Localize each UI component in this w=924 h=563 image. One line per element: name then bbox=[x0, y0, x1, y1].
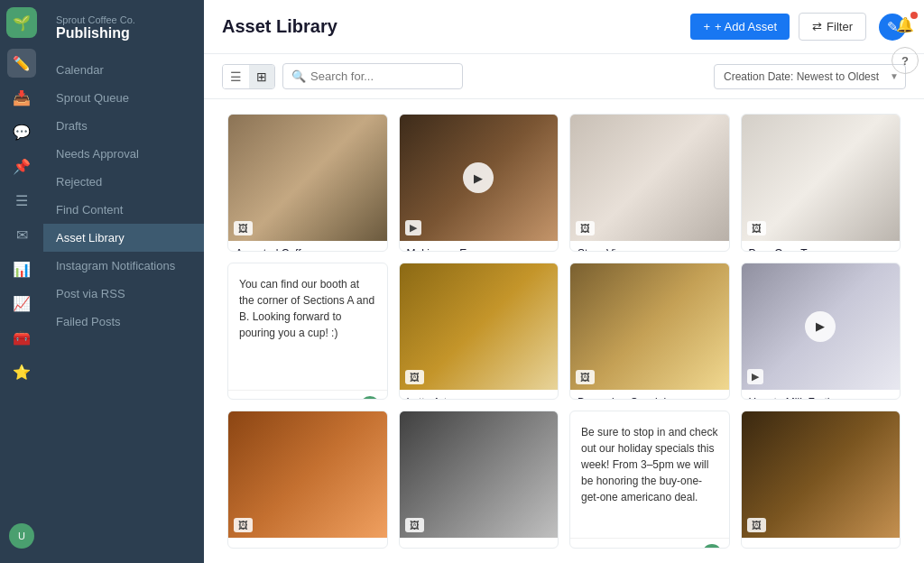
asset-type-icon: 🖼 bbox=[747, 221, 766, 235]
nav-icon-analytics[interactable]: 📊 bbox=[7, 254, 36, 283]
page-header: Asset Library + + Add Asset ⇄ Filter ✎ bbox=[204, 0, 924, 54]
sidebar-item-find-content[interactable]: Find Content bbox=[43, 196, 204, 224]
app-title: Publishing bbox=[56, 25, 191, 42]
asset-card-holiday-specials[interactable]: Be sure to stop in and check out our hol… bbox=[569, 411, 730, 549]
nav-icon-star[interactable]: ⭐ bbox=[7, 357, 36, 386]
help-button[interactable]: ? bbox=[892, 47, 919, 74]
add-icon: + bbox=[703, 20, 710, 33]
asset-card-assorted-coffee[interactable]: 🖼 Assorted Coffee bbox=[227, 114, 388, 252]
asset-title: Making an Esspresso bbox=[400, 241, 559, 252]
nav-icon-engage[interactable]: 💬 bbox=[7, 117, 36, 146]
asset-title: Pour Over Top bbox=[742, 241, 901, 252]
asset-title: December Special bbox=[570, 390, 729, 401]
nav-icon-list[interactable]: ☰ bbox=[7, 186, 36, 215]
grid-view-button[interactable]: ⊞ bbox=[249, 65, 274, 88]
asset-card-pour-over-top[interactable]: 🖼 Pour Over Top bbox=[741, 114, 901, 252]
asset-card-store-view[interactable]: 🖼 Store View bbox=[569, 114, 730, 252]
toolbar: ☰ ⊞ 🔍 Creation Date: Newest to Oldest Cr… bbox=[204, 54, 924, 99]
asset-title bbox=[228, 538, 387, 549]
sidebar-item-needs-approval[interactable]: Needs Approval bbox=[43, 140, 204, 168]
asset-title: How-to Milk Froth bbox=[742, 390, 901, 401]
asset-thumbnail: 🖼 bbox=[400, 263, 559, 390]
nav-icon-reports[interactable]: 📈 bbox=[7, 289, 36, 318]
asset-card-iced[interactable]: 🖼 bbox=[741, 411, 901, 549]
asset-text-footer: A bbox=[570, 538, 729, 549]
asset-title: Assorted Coffee bbox=[228, 241, 387, 252]
text-type-badge: A bbox=[360, 396, 380, 401]
add-asset-button[interactable]: + + Add Asset bbox=[690, 14, 790, 40]
text-type-badge: A bbox=[702, 544, 722, 549]
asset-card-drink1[interactable]: 🖼 bbox=[227, 411, 388, 549]
asset-card-making-espresso[interactable]: ▶ ▶ Making an Esspresso bbox=[399, 114, 559, 252]
sidebar-item-asset-library[interactable]: Asset Library bbox=[43, 224, 204, 252]
asset-thumbnail: 🖼 bbox=[742, 115, 901, 241]
nav-icon-inbox[interactable]: 📥 bbox=[7, 83, 36, 112]
asset-thumbnail: 🖼 bbox=[742, 411, 901, 538]
asset-type-icon: 🖼 bbox=[405, 370, 424, 384]
asset-grid: 🖼 Assorted Coffee ▶ ▶ Making an Esspress… bbox=[204, 99, 924, 563]
asset-title: Store View bbox=[570, 241, 729, 252]
notification-bell-button[interactable]: 🔔 bbox=[892, 11, 919, 38]
sidebar-item-calendar[interactable]: Calendar bbox=[43, 56, 204, 84]
asset-type-icon: ▶ bbox=[405, 220, 421, 235]
asset-card-coffee-expo[interactable]: You can find our booth at the corner of … bbox=[227, 263, 388, 401]
asset-card-shop[interactable]: 🖼 bbox=[399, 411, 559, 549]
asset-thumbnail: 🖼 bbox=[400, 411, 559, 538]
nav-sidebar: Sprout Coffee Co. Publishing Calendar Sp… bbox=[43, 0, 204, 563]
asset-title bbox=[400, 538, 559, 549]
company-name: Sprout Coffee Co. bbox=[56, 14, 191, 25]
toolbar-left: ☰ ⊞ 🔍 bbox=[222, 63, 463, 89]
add-asset-label: + Add Asset bbox=[715, 20, 777, 33]
asset-title: Latte Art bbox=[400, 390, 559, 401]
nav-icon-send[interactable]: ✉ bbox=[7, 220, 36, 249]
nav-icon-tools[interactable]: 🧰 bbox=[7, 323, 36, 352]
sort-wrap: Creation Date: Newest to Oldest Creation… bbox=[714, 64, 906, 89]
asset-title bbox=[742, 538, 901, 549]
asset-thumbnail: 🖼 bbox=[228, 115, 387, 241]
sidebar-item-post-via-rss[interactable]: Post via RSS bbox=[43, 280, 204, 308]
view-toggle: ☰ ⊞ bbox=[222, 64, 275, 89]
notification-badge bbox=[910, 12, 918, 19]
header-actions: + + Add Asset ⇄ Filter ✎ bbox=[690, 13, 906, 41]
asset-type-icon: 🖼 bbox=[747, 518, 766, 532]
play-icon: ▶ bbox=[463, 162, 494, 193]
asset-text-content: You can find our booth at the corner of … bbox=[228, 263, 387, 390]
search-icon: 🔍 bbox=[291, 69, 306, 83]
filter-icon: ⇄ bbox=[812, 20, 822, 33]
asset-thumbnail: 🖼 bbox=[570, 263, 729, 390]
asset-card-latte-art[interactable]: 🖼 Latte Art bbox=[399, 263, 559, 401]
sidebar-item-rejected[interactable]: Rejected bbox=[43, 168, 204, 196]
nav-icon-compose[interactable]: ✏️ bbox=[7, 49, 36, 78]
page-title: Asset Library bbox=[222, 16, 337, 37]
asset-type-icon: 🖼 bbox=[405, 518, 424, 532]
asset-type-icon: 🖼 bbox=[234, 221, 253, 235]
asset-thumbnail: ▶ ▶ bbox=[742, 263, 901, 390]
user-avatar[interactable]: U bbox=[9, 523, 34, 549]
icon-sidebar: 🌱 ✏️ 📥 💬 📌 ☰ ✉ 📊 📈 🧰 ⭐ U bbox=[0, 0, 43, 563]
sidebar-item-sprout-queue[interactable]: Sprout Queue bbox=[43, 84, 204, 112]
asset-type-icon: 🖼 bbox=[576, 221, 595, 235]
play-icon: ▶ bbox=[805, 311, 836, 342]
filter-label: Filter bbox=[827, 20, 853, 33]
asset-type-icon: 🖼 bbox=[576, 370, 595, 384]
brand-section: Sprout Coffee Co. Publishing bbox=[43, 11, 204, 56]
nav-icon-pin[interactable]: 📌 bbox=[7, 152, 36, 180]
sidebar-item-drafts[interactable]: Drafts bbox=[43, 112, 204, 140]
asset-type-icon: 🖼 bbox=[234, 518, 253, 532]
asset-thumbnail: ▶ ▶ bbox=[400, 115, 559, 241]
sidebar-item-failed-posts[interactable]: Failed Posts bbox=[43, 308, 204, 336]
asset-type-icon: ▶ bbox=[747, 369, 763, 384]
brand-logo[interactable]: 🌱 bbox=[6, 7, 37, 38]
filter-button[interactable]: ⇄ Filter bbox=[799, 13, 866, 41]
asset-card-december-special[interactable]: 🖼 December Special bbox=[569, 263, 730, 401]
sidebar-item-instagram-notifications[interactable]: Instagram Notifications bbox=[43, 252, 204, 280]
list-view-button[interactable]: ☰ bbox=[223, 65, 249, 88]
search-input[interactable] bbox=[282, 63, 463, 89]
main-content: Asset Library + + Add Asset ⇄ Filter ✎ ☰… bbox=[204, 0, 924, 563]
sort-dropdown[interactable]: Creation Date: Newest to Oldest Creation… bbox=[714, 64, 906, 89]
asset-card-milk-froth[interactable]: ▶ ▶ How-to Milk Froth bbox=[741, 263, 901, 401]
asset-thumbnail: 🖼 bbox=[228, 411, 387, 538]
asset-thumbnail: 🖼 bbox=[570, 115, 729, 241]
search-wrap: 🔍 bbox=[282, 63, 463, 89]
asset-text-content: Be sure to stop in and check out our hol… bbox=[570, 411, 729, 538]
